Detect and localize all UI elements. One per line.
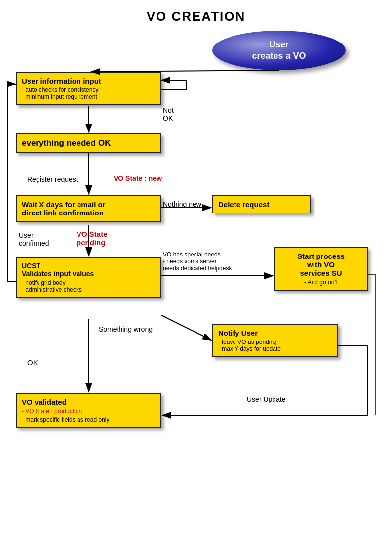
label-not-ok: NotOK: [163, 106, 174, 122]
label-nothing-new: Nothing new: [163, 200, 201, 208]
label-vo-special-needs: VO has special needs- needs voms servern…: [163, 251, 232, 272]
label-something-wrong: Something wrong: [99, 325, 153, 333]
svg-line-7: [161, 315, 211, 340]
label-vo-state-new: VO State : new: [114, 174, 162, 182]
box-everything-ok: everything needed OK: [16, 133, 161, 153]
box-delete-request: Delete request: [212, 195, 311, 213]
label-ok: OK: [27, 358, 38, 367]
label-user-confirmed: Userconfirmed: [19, 231, 49, 247]
label-register-request: Register request: [27, 175, 78, 183]
page-title: VO CREATION: [0, 9, 392, 24]
label-vo-state-pending: VO Statepending: [77, 230, 108, 247]
box-start-process: Start processwith VOservices SU - And go…: [274, 247, 368, 291]
box-notify-user: Notify User - leave VO as pending- max Y…: [212, 324, 338, 357]
box-ucst: UCSTValidates input values - notify grid…: [16, 257, 161, 298]
diagram-container: VO CREATION User creates a VO User infor…: [0, 0, 392, 555]
box-vo-validated: VO validated - VO State : production - m…: [16, 393, 161, 428]
box-user-info: User information input - auto-checks for…: [16, 72, 161, 105]
ellipse-user-creates-vo: User creates a VO: [212, 31, 346, 70]
label-user-update: User Update: [247, 395, 286, 403]
box-wait-days: Wait X days for email or direct link con…: [16, 195, 161, 222]
